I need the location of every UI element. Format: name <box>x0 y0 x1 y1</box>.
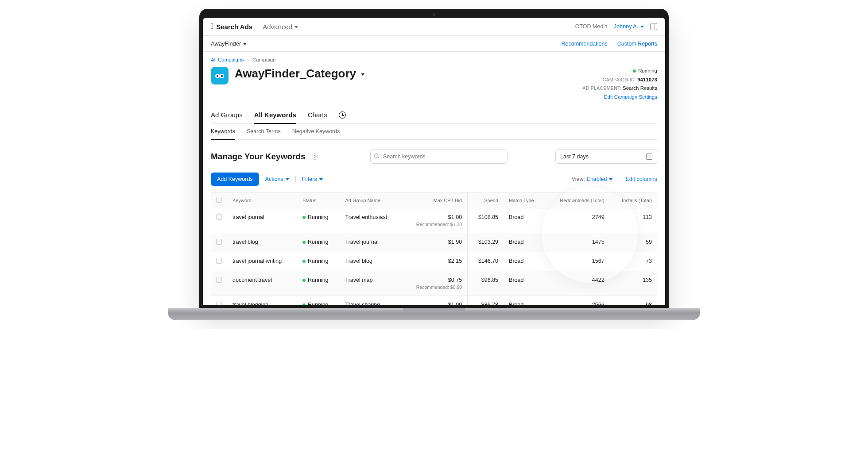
breadcrumb-all-campaigns[interactable]: All Campaigns <box>211 57 244 62</box>
cell-status: Running <box>297 208 340 233</box>
cell-keyword[interactable]: travel blog <box>227 233 297 252</box>
cell-match: Broad <box>504 296 545 305</box>
cell-redownloads: 4422 <box>545 271 609 296</box>
divider <box>619 176 619 182</box>
cell-adgroup[interactable]: Travel map <box>340 271 401 296</box>
row-checkbox[interactable] <box>216 258 222 264</box>
custom-reports-link[interactable]: Custom Reports <box>617 41 657 47</box>
col-keyword[interactable]: Keyword <box>227 192 297 208</box>
table-row: document travelRunningTravel map$0.75Rec… <box>211 271 657 296</box>
svg-line-6 <box>378 157 379 158</box>
table-row: travel blogRunningTravel journal$1.90$10… <box>211 233 657 252</box>
filters-dropdown[interactable]: Filters <box>302 176 323 182</box>
cell-adgroup[interactable]: Travel enthusiast <box>340 208 401 233</box>
cell-maxcpt[interactable]: $1.00Recommended: $1.20 <box>401 208 467 233</box>
col-spend[interactable]: Spend <box>468 192 504 208</box>
edit-campaign-link[interactable]: Edit Campaign Settings <box>582 93 657 102</box>
section-title: Manage Your Keywords <box>211 152 306 161</box>
calendar-icon <box>646 154 652 160</box>
table-row: travel journalRunningTravel enthusiast$1… <box>211 208 657 233</box>
cell-adgroup[interactable]: Travel sharing <box>340 296 401 305</box>
col-match[interactable]: Match Type <box>504 192 545 208</box>
campaign-status: Running <box>638 68 657 73</box>
status-dot-icon <box>302 216 306 219</box>
col-maxcpt[interactable]: Max CPT Bid <box>401 192 467 208</box>
cell-redownloads: 2566 <box>545 296 609 305</box>
cell-keyword[interactable]: travel journal writing <box>227 252 297 271</box>
cell-status: Running <box>297 271 340 296</box>
cell-adgroup[interactable]: Travel blog <box>340 252 401 271</box>
row-checkbox[interactable] <box>216 302 222 305</box>
cell-status: Running <box>297 233 340 252</box>
history-icon <box>339 111 346 119</box>
cell-redownloads: 2749 <box>545 208 609 233</box>
tab-all-keywords[interactable]: All Keywords <box>254 107 296 124</box>
brand-name: Search Ads <box>216 23 252 31</box>
view-label: View: <box>572 176 585 182</box>
cell-spend: $96.85 <box>468 271 504 296</box>
cell-status: Running <box>297 252 340 271</box>
cell-maxcpt[interactable]: $1.90 <box>401 233 467 252</box>
svg-point-3 <box>221 75 223 77</box>
cell-installs: 59 <box>610 233 657 252</box>
recommended-bid: Recommended: $0.90 <box>407 284 462 290</box>
cell-installs: 73 <box>610 252 657 271</box>
row-checkbox[interactable] <box>216 277 222 283</box>
cell-match: Broad <box>504 208 545 233</box>
app-icon <box>211 67 229 84</box>
cell-spend: $103.29 <box>468 233 504 252</box>
keywords-table: Keyword Status Ad Group Name Max CPT Bid… <box>211 192 657 305</box>
apple-logo-icon:  <box>211 22 213 31</box>
add-keywords-button[interactable]: Add Keywords <box>211 173 259 186</box>
placement-label: AD PLACEMENT: <box>582 85 621 91</box>
tab-history[interactable] <box>339 107 346 123</box>
cell-maxcpt[interactable]: $1.00 <box>401 296 467 305</box>
subtab-negative-keywords[interactable]: Negative Keywords <box>292 124 340 139</box>
tab-ad-groups[interactable]: Ad Groups <box>211 107 243 123</box>
cell-maxcpt[interactable]: $0.75Recommended: $0.90 <box>401 271 467 296</box>
cell-spend: $146.70 <box>468 252 504 271</box>
col-installs[interactable]: Installs (Total) <box>610 192 657 208</box>
date-range-picker[interactable]: Last 7 days <box>555 150 657 164</box>
col-adgroup[interactable]: Ad Group Name <box>340 192 401 208</box>
search-input[interactable] <box>370 150 508 164</box>
org-name: OTOD Media <box>575 23 608 30</box>
recommendations-link[interactable]: Recommendations <box>561 41 607 47</box>
cell-status: Running <box>297 296 340 305</box>
subtab-search-terms[interactable]: Search Terms <box>247 124 281 139</box>
cell-redownloads: 1567 <box>545 252 609 271</box>
cell-keyword[interactable]: travel journal <box>227 208 297 233</box>
edit-columns-link[interactable]: Edit columns <box>625 176 657 182</box>
col-redownloads[interactable]: Redownloads (Total) <box>545 192 609 208</box>
user-menu[interactable]: Johnny A. <box>614 23 644 30</box>
campaign-id-label: CAMPAIGN ID: <box>603 77 636 82</box>
row-checkbox[interactable] <box>216 214 222 220</box>
cell-keyword[interactable]: travel blogging <box>227 296 297 305</box>
cell-maxcpt[interactable]: $2.15 <box>401 252 467 271</box>
cell-match: Broad <box>504 233 545 252</box>
cell-keyword[interactable]: document travel <box>227 271 297 296</box>
cell-spend: $108.85 <box>468 208 504 233</box>
cell-redownloads: 1475 <box>545 233 609 252</box>
status-dot-icon <box>302 303 306 305</box>
campaign-dropdown[interactable] <box>359 67 364 81</box>
status-dot-icon <box>302 260 306 263</box>
subtab-keywords[interactable]: Keywords <box>211 124 235 140</box>
cell-adgroup[interactable]: Travel journal <box>340 233 401 252</box>
col-status[interactable]: Status <box>297 192 340 208</box>
view-dropdown[interactable]: Enabled <box>587 176 613 182</box>
svg-rect-4 <box>219 75 221 76</box>
help-icon[interactable]: ? <box>312 154 318 160</box>
sub-bar: AwayFinder Recommendations Custom Report… <box>203 36 665 52</box>
row-checkbox[interactable] <box>216 239 222 245</box>
tab-charts[interactable]: Charts <box>308 107 327 123</box>
account-dropdown[interactable]: AwayFinder <box>211 40 247 47</box>
table-row: travel journal writingRunningTravel blog… <box>211 252 657 271</box>
chevron-right-icon: › <box>247 57 249 62</box>
select-all-checkbox[interactable] <box>216 197 222 203</box>
top-bar:  Search Ads Advanced OTOD Media Johnny … <box>203 18 665 36</box>
brand-tier-dropdown[interactable]: Advanced <box>258 23 298 31</box>
actions-dropdown[interactable]: Actions <box>265 176 289 182</box>
panel-toggle-icon[interactable] <box>650 23 657 30</box>
campaign-title: AwayFinder_Category <box>235 67 356 81</box>
